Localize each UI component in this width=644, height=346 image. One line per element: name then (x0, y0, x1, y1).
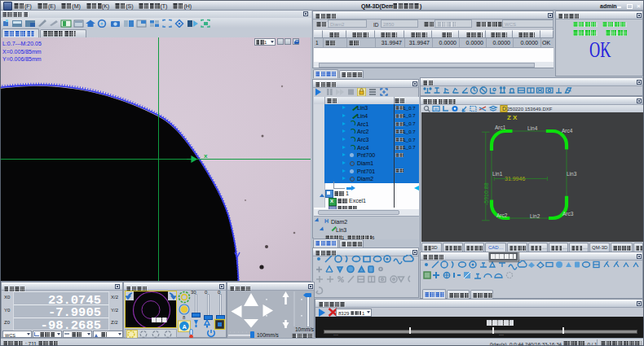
svg-text:Arc4: Arc4 (562, 128, 573, 134)
svg-text:Arc2: Arc2 (496, 212, 508, 218)
svg-text:x: x (204, 152, 208, 160)
svg-text:-5910.88: -5910.88 (483, 182, 489, 205)
svg-text:8: 8 (183, 315, 186, 320)
svg-text:Lin1: Lin1 (492, 171, 503, 177)
svg-text:Lin3: Lin3 (567, 171, 577, 177)
svg-text:A: A (182, 323, 187, 331)
svg-text:Lin2: Lin2 (530, 213, 540, 219)
svg-text:D: D (502, 106, 506, 112)
svg-text:31.9946: 31.9946 (505, 176, 525, 182)
svg-text:Arc3: Arc3 (562, 211, 574, 217)
svg-text:Arc1: Arc1 (495, 125, 506, 130)
svg-text:Lin4: Lin4 (527, 125, 538, 131)
